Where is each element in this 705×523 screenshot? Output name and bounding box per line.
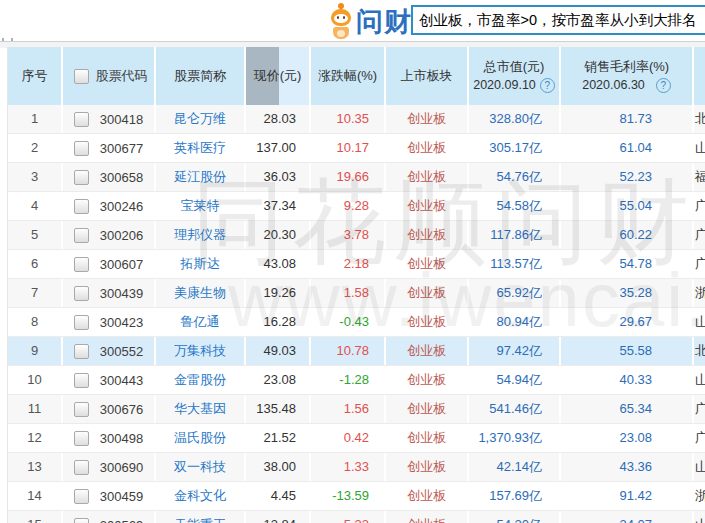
region-clipped: 广 xyxy=(694,192,705,220)
gross-margin-value: 34.07 xyxy=(561,511,694,523)
table-row[interactable]: 4300246宝莱特37.349.28创业板54.58亿55.04广 xyxy=(8,192,705,221)
change-value: 2.18 xyxy=(311,250,386,278)
change-value: 10.35 xyxy=(311,105,386,133)
row-checkbox[interactable] xyxy=(74,431,89,446)
header-code[interactable]: 股票代码 xyxy=(63,47,156,105)
board-label: 创业板 xyxy=(386,337,469,365)
change-value: 1.56 xyxy=(311,395,386,423)
gross-margin-value: 60.22 xyxy=(561,221,694,249)
header-price[interactable]: 现价(元) xyxy=(246,47,311,105)
stock-code: 300439 xyxy=(89,280,154,307)
table-row[interactable]: 6300607拓斯达43.082.18创业板113.57亿54.78广 xyxy=(8,250,705,279)
stock-name-link[interactable]: 鲁亿通 xyxy=(156,308,246,336)
table-row[interactable]: 9300552万集科技49.0310.78创业板97.42亿55.58北 xyxy=(8,337,705,366)
row-checkbox[interactable] xyxy=(74,518,89,523)
table-row[interactable]: 12300498温氏股份21.520.42创业板1,370.93亿23.08广 xyxy=(8,424,705,453)
row-checkbox[interactable] xyxy=(74,257,89,272)
select-all-checkbox[interactable] xyxy=(74,69,89,84)
row-checkbox[interactable] xyxy=(74,489,89,504)
stock-code: 300569 xyxy=(89,512,154,523)
row-checkbox[interactable] xyxy=(74,228,89,243)
stock-name-link[interactable]: 万集科技 xyxy=(156,337,246,365)
row-checkbox[interactable] xyxy=(74,170,89,185)
iwencai-logo[interactable]: 问财 xyxy=(329,3,412,41)
help-icon[interactable]: ? xyxy=(540,78,555,93)
code-cell: 300677 xyxy=(63,134,156,162)
table-row[interactable]: 14300459金科文化4.45-13.59创业板157.69亿91.42浙 xyxy=(8,482,705,511)
stock-name-link[interactable]: 英科医疗 xyxy=(156,134,246,162)
table-row[interactable]: 3300658延江股份36.0319.66创业板54.76亿52.23福 xyxy=(8,163,705,192)
table-row[interactable]: 1300418昆仑万维28.0310.35创业板328.80亿81.73北 xyxy=(8,105,705,134)
stock-name-link[interactable]: 拓斯达 xyxy=(156,250,246,278)
region-clipped: 广 xyxy=(694,424,705,452)
header-gross-margin[interactable]: 销售毛利率(%) 2020.06.30 ? xyxy=(561,47,694,105)
row-checkbox[interactable] xyxy=(74,141,89,156)
region-clipped: 山 xyxy=(694,366,705,394)
table-row[interactable]: 15300569天能重工13.845.33创业板54.20亿34.07山 xyxy=(8,511,705,523)
table-row[interactable]: 10300443金雷股份23.08-1.28创业板54.94亿40.33山 xyxy=(8,366,705,395)
stock-name-link[interactable]: 双一科技 xyxy=(156,453,246,481)
stock-name-link[interactable]: 昆仑万维 xyxy=(156,105,246,133)
board-label: 创业板 xyxy=(386,163,469,191)
row-checkbox[interactable] xyxy=(74,373,89,388)
stock-code: 300443 xyxy=(89,367,154,394)
stock-name-link[interactable]: 天能重工 xyxy=(156,511,246,523)
region-clipped: 山 xyxy=(694,308,705,336)
table-header: 序号 股票代码 股票简称 现价(元) 涨跌幅(%) 上市板块 总市值(元) 20… xyxy=(8,47,705,105)
board-label: 创业板 xyxy=(386,511,469,523)
gross-margin-value: 52.23 xyxy=(561,163,694,191)
stock-name-link[interactable]: 温氏股份 xyxy=(156,424,246,452)
gross-margin-value: 91.42 xyxy=(561,482,694,510)
stock-name-link[interactable]: 华大基因 xyxy=(156,395,246,423)
header-gross-margin-label: 销售毛利率(%) xyxy=(584,59,669,75)
row-checkbox[interactable] xyxy=(74,286,89,301)
header-market-cap[interactable]: 总市值(元) 2020.09.10 ? xyxy=(469,47,561,105)
row-index: 3 xyxy=(8,163,63,191)
stock-code: 300676 xyxy=(89,396,154,423)
header-name[interactable]: 股票简称 xyxy=(156,47,246,105)
stock-name-link[interactable]: 金科文化 xyxy=(156,482,246,510)
stock-code: 300423 xyxy=(89,309,154,336)
table-row[interactable]: 13300690双一科技38.001.33创业板42.14亿43.36山 xyxy=(8,453,705,482)
row-index: 8 xyxy=(8,308,63,336)
row-index: 10 xyxy=(8,366,63,394)
table-row[interactable]: 2300677英科医疗137.0010.17创业板305.17亿61.04山 xyxy=(8,134,705,163)
market-cap-value: 157.69亿 xyxy=(469,482,561,510)
price-value: 23.08 xyxy=(246,366,311,394)
market-cap-value: 1,370.93亿 xyxy=(469,424,561,452)
row-checkbox[interactable] xyxy=(74,344,89,359)
market-cap-value: 54.20亿 xyxy=(469,511,561,523)
market-cap-value: 42.14亿 xyxy=(469,453,561,481)
help-icon[interactable]: ? xyxy=(656,78,671,93)
table-row[interactable]: 11300676华大基因135.481.56创业板541.46亿65.34广 xyxy=(8,395,705,424)
iwencai-mascot-icon xyxy=(329,4,353,40)
table-row[interactable]: 7300439美康生物19.261.58创业板65.92亿35.28浙 xyxy=(8,279,705,308)
row-index: 14 xyxy=(8,482,63,510)
change-value: -1.28 xyxy=(311,366,386,394)
stock-name-link[interactable]: 金雷股份 xyxy=(156,366,246,394)
board-label: 创业板 xyxy=(386,134,469,162)
stock-name-link[interactable]: 理邦仪器 xyxy=(156,221,246,249)
row-checkbox[interactable] xyxy=(74,199,89,214)
board-label: 创业板 xyxy=(386,105,469,133)
stock-name-link[interactable]: 美康生物 xyxy=(156,279,246,307)
header-change[interactable]: 涨跌幅(%) xyxy=(311,47,386,105)
search-input[interactable] xyxy=(411,5,705,35)
stock-name-link[interactable]: 宝莱特 xyxy=(156,192,246,220)
table-row[interactable]: 5300206理邦仪器20.303.78创业板117.86亿60.22广 xyxy=(8,221,705,250)
stock-name-link[interactable]: 延江股份 xyxy=(156,163,246,191)
row-checkbox[interactable] xyxy=(74,112,89,127)
row-index: 2 xyxy=(8,134,63,162)
header-no[interactable]: 序号 xyxy=(8,47,63,105)
row-checkbox[interactable] xyxy=(74,315,89,330)
change-value: 19.66 xyxy=(311,163,386,191)
row-checkbox[interactable] xyxy=(74,460,89,475)
price-value: 38.00 xyxy=(246,453,311,481)
row-checkbox[interactable] xyxy=(74,402,89,417)
code-cell: 300459 xyxy=(63,482,156,510)
header-board[interactable]: 上市板块 xyxy=(386,47,469,105)
market-cap-value: 54.94亿 xyxy=(469,366,561,394)
gross-margin-value: 81.73 xyxy=(561,105,694,133)
row-index: 9 xyxy=(8,337,63,365)
table-row[interactable]: 8300423鲁亿通16.28-0.43创业板80.94亿29.67山 xyxy=(8,308,705,337)
